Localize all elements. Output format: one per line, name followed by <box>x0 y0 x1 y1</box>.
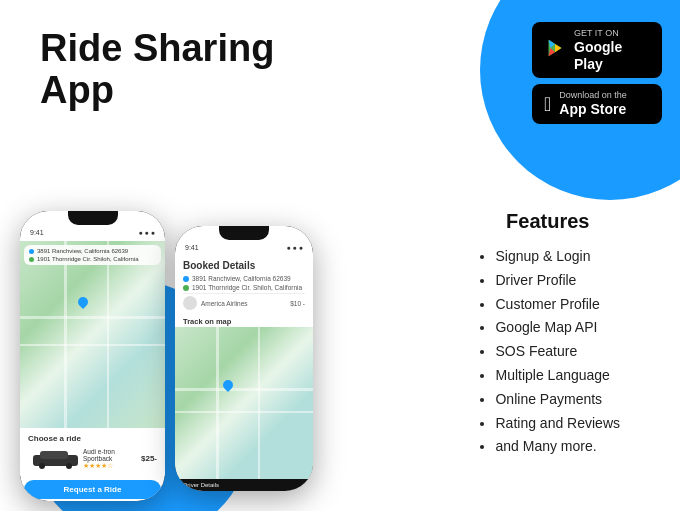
map-pin <box>78 297 88 311</box>
map-road2 <box>216 327 219 479</box>
apple-icon:  <box>544 94 551 114</box>
feature-item: Multiple Language <box>495 364 620 388</box>
map-road2 <box>258 327 260 479</box>
feature-item: Signup & Login <box>495 245 620 269</box>
phone2-map <box>175 327 313 479</box>
phone1-ride-car: Audi e-tron Sportback ★★★★☆ $25- <box>28 447 157 470</box>
driver-avatar <box>183 296 197 310</box>
map-road <box>107 241 109 428</box>
phone1-address-overlay: 3891 Ranchview, California 62639 1901 Th… <box>24 245 161 265</box>
features-section: Features Signup & Login Driver Profile C… <box>475 210 620 459</box>
destination-dot <box>183 285 189 291</box>
google-play-label: Google Play <box>574 39 650 73</box>
phone2-signal: ● ● ● <box>286 244 303 256</box>
features-list: Signup & Login Driver Profile Customer P… <box>475 245 620 459</box>
phone-mockup-2: 9:41 ● ● ● Booked Details 3891 Ranchview… <box>175 226 313 491</box>
svg-point-7 <box>66 463 72 469</box>
app-title: Ride Sharing App <box>40 28 274 112</box>
driver-details-chevron: › <box>303 482 305 488</box>
address-row-2: 1901 Thornridge Cir. Shiloh, California <box>183 284 305 291</box>
address-row-1: 3891 Ranchview, California 62639 <box>183 275 305 282</box>
features-heading: Features <box>475 210 620 233</box>
phone1-notch <box>68 211 118 225</box>
app-store-label-small: Download on the <box>559 90 627 101</box>
phone1-time: 9:41 <box>30 229 44 241</box>
track-on-map-label: Track on map <box>175 314 313 327</box>
feature-item: Driver Profile <box>495 269 620 293</box>
phone2-time: 9:41 <box>185 244 199 256</box>
feature-item: Rating and Reviews <box>495 412 620 436</box>
phones-area: 9:41 ● ● ● <box>20 211 313 501</box>
app-store-text: Download on the App Store <box>559 90 627 118</box>
driver-price: $10 - <box>290 300 305 307</box>
driver-info-row: America Airlines $10 - <box>183 296 305 310</box>
map-road2 <box>175 388 313 391</box>
car-name: Audi e-tron Sportback <box>83 448 141 462</box>
app-store-label: App Store <box>559 101 627 118</box>
svg-point-6 <box>39 463 45 469</box>
title-line1: Ride Sharing <box>40 27 274 69</box>
driver-details-bar: Driver Details › <box>175 479 313 491</box>
google-play-button[interactable]: GET IT ON Google Play <box>532 22 662 78</box>
feature-item: Customer Profile <box>495 293 620 317</box>
google-play-text: GET IT ON Google Play <box>574 28 650 72</box>
booked-title: Booked Details <box>183 260 305 271</box>
feature-item: Google Map API <box>495 316 620 340</box>
google-play-icon <box>544 37 566 63</box>
driver-name: America Airlines <box>201 300 248 307</box>
address-2-text: 1901 Thornridge Cir. Shiloh, California <box>192 284 302 291</box>
map-road2 <box>175 411 313 413</box>
phone1-ride-title: Choose a ride <box>28 434 157 443</box>
phone2-notch <box>219 226 269 240</box>
title-line2: App <box>40 69 114 111</box>
map-road <box>20 344 165 346</box>
phone1-map: 3891 Ranchview, California 62639 1901 Th… <box>20 241 165 428</box>
car-price: $25- <box>141 454 157 463</box>
svg-rect-5 <box>40 451 68 459</box>
address-1-text: 3891 Ranchview, California 62639 <box>192 275 291 282</box>
svg-marker-3 <box>555 44 561 52</box>
feature-item: Online Payments <box>495 388 620 412</box>
google-play-label-small: GET IT ON <box>574 28 650 39</box>
phone-mockup-1: 9:41 ● ● ● <box>20 211 165 501</box>
phone1-status-bar: 9:41 ● ● ● <box>20 225 165 241</box>
map-road <box>20 316 165 319</box>
map-pin-2 <box>223 380 233 394</box>
origin-dot <box>183 276 189 282</box>
phone1-ride-panel: Choose a ride Audi e-tron Sportback <box>20 428 165 476</box>
request-ride-button[interactable]: Request a Ride <box>24 480 161 499</box>
store-buttons-container: GET IT ON Google Play  Download on the … <box>532 22 662 124</box>
app-store-button[interactable]:  Download on the App Store <box>532 84 662 124</box>
feature-item: and Many more. <box>495 435 620 459</box>
driver-details-label: Driver Details <box>183 482 219 488</box>
phone2-status-bar: 9:41 ● ● ● <box>175 240 313 256</box>
phone1-signal: ● ● ● <box>138 229 155 241</box>
map-road <box>64 241 67 428</box>
phone2-header: Booked Details 3891 Ranchview, Californi… <box>175 256 313 314</box>
separator <box>183 293 305 294</box>
feature-item: SOS Feature <box>495 340 620 364</box>
car-image <box>28 447 83 470</box>
